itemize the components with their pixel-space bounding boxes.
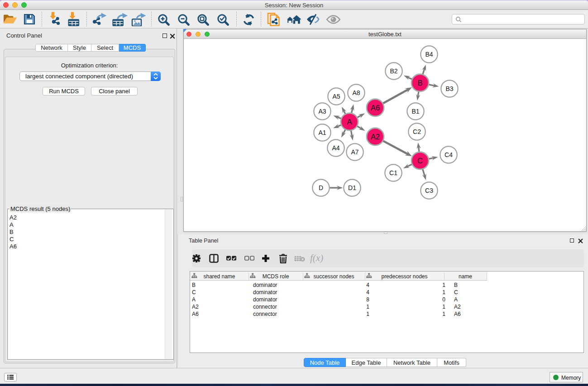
svg-text:C2: C2	[413, 128, 421, 135]
svg-text:A5: A5	[332, 93, 340, 100]
svg-text:D: D	[319, 184, 323, 191]
svg-text:A7: A7	[351, 148, 359, 156]
svg-text:B4: B4	[425, 51, 433, 58]
svg-text:A: A	[347, 118, 352, 126]
svg-text:C1: C1	[389, 169, 397, 176]
svg-text:A3: A3	[318, 108, 326, 115]
svg-text:A6: A6	[371, 104, 380, 112]
svg-text:B3: B3	[445, 85, 453, 92]
svg-text:B: B	[417, 79, 422, 87]
svg-text:A8: A8	[352, 89, 360, 96]
svg-text:C4: C4	[445, 151, 453, 158]
svg-text:D1: D1	[348, 184, 356, 191]
svg-text:A1: A1	[318, 129, 326, 136]
svg-text:B1: B1	[411, 108, 419, 115]
svg-text:A2: A2	[371, 133, 380, 141]
svg-text:B2: B2	[390, 67, 397, 75]
svg-text:C: C	[417, 157, 423, 165]
svg-text:A4: A4	[332, 144, 339, 152]
svg-text:C3: C3	[425, 187, 433, 194]
